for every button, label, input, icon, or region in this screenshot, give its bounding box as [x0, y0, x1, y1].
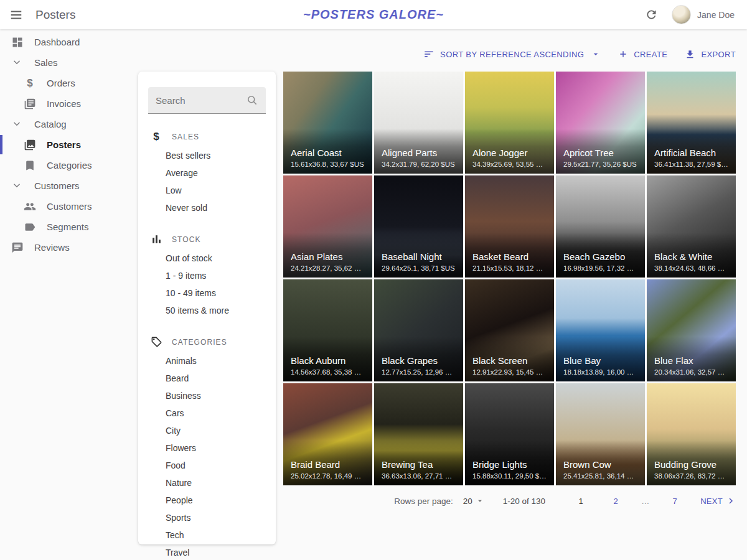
product-tile[interactable]: Basket Beard21.15x15.53, 18,12 $…	[465, 175, 554, 278]
filter-category-business[interactable]: Business	[138, 387, 276, 404]
create-button-label: CREATE	[634, 50, 667, 59]
next-page-label: NEXT	[700, 497, 723, 506]
filter-category-city[interactable]: City	[138, 422, 276, 439]
avatar[interactable]	[672, 5, 691, 24]
filter-section-label: SALES	[172, 133, 199, 141]
app-logo: ~Posters Galore~	[303, 7, 444, 22]
filter-category-beard[interactable]: Beard	[138, 370, 276, 387]
product-tile[interactable]: Aligned Parts34.2x31.79, 62,20 $US	[374, 72, 463, 174]
tile-caption: Apricot Tree29.5x21.77, 35,26 $US	[556, 129, 645, 174]
product-tile[interactable]: Black & White38.14x24.63, 48,66 $…	[647, 175, 736, 278]
filter-section-label: CATEGORIES	[172, 338, 227, 347]
filter-sales-average[interactable]: Average	[138, 164, 276, 182]
sidebar-group-catalog[interactable]: Catalog	[0, 114, 138, 134]
sidebar-item-customers[interactable]: Customers	[0, 196, 138, 217]
filter-category-people[interactable]: People	[138, 492, 276, 509]
sidebar-item-dashboard[interactable]: Dashboard	[0, 32, 138, 52]
product-tile[interactable]: Aerial Coast15.61x36.8, 33,67 $US	[283, 72, 372, 174]
sidebar-item-categories[interactable]: Categories	[0, 155, 138, 175]
page-button-2[interactable]: 2	[606, 493, 625, 510]
rows-per-page-label: Rows per page:	[394, 497, 453, 506]
product-tile[interactable]: Blue Bay18.18x13.89, 16,00 $…	[556, 279, 645, 381]
product-size-price: 12.91x22.93, 15,45 $…	[472, 368, 547, 376]
filter-sales-never-sold[interactable]: Never sold	[138, 199, 276, 217]
page-title: Posters	[35, 8, 75, 22]
filter-section-categories: CATEGORIES	[151, 336, 276, 348]
product-tile[interactable]: Black Auburn14.56x37.68, 35,38 $…	[283, 279, 372, 381]
product-size-price: 15.88x30.11, 29,50 $…	[472, 472, 547, 480]
sidebar-item-reviews[interactable]: Reviews	[0, 237, 138, 258]
filter-category-travel[interactable]: Travel	[138, 544, 276, 560]
sidebar-item-segments[interactable]: Segments	[0, 217, 138, 237]
page-button-7[interactable]: 7	[665, 493, 684, 510]
filter-category-cars[interactable]: Cars	[138, 404, 276, 422]
product-tile[interactable]: Alone Jogger34.39x25.69, 53,55 $…	[465, 72, 554, 174]
product-tile[interactable]: Blue Flax20.34x31.06, 32,57 $…	[647, 279, 736, 381]
sidebar-group-customers[interactable]: Customers	[0, 175, 138, 196]
page-button-1[interactable]: 1	[571, 493, 590, 510]
product-size-price: 38.14x24.63, 48,66 $…	[654, 264, 728, 272]
filter-section-sales: $ SALES	[151, 131, 276, 142]
product-tile[interactable]: Braid Beard25.02x12.78, 16,49 $…	[283, 383, 372, 485]
product-name: Basket Beard	[472, 251, 547, 262]
appbar-actions: Jane Doe	[645, 5, 735, 24]
product-grid: Aerial Coast15.61x36.8, 33,67 $US Aligne…	[283, 72, 736, 485]
sidebar-item-label: Categories	[47, 160, 92, 170]
product-size-price: 15.61x36.8, 33,67 $US	[291, 161, 365, 168]
search-input[interactable]	[156, 95, 246, 106]
sidebar-item-posters[interactable]: Posters	[0, 134, 138, 155]
filter-category-food[interactable]: Food	[138, 457, 276, 474]
product-tile[interactable]: Bridge Lights15.88x30.11, 29,50 $…	[465, 383, 554, 485]
filter-category-nature[interactable]: Nature	[138, 474, 276, 492]
tile-caption: Black Auburn14.56x37.68, 35,38 $…	[283, 337, 372, 381]
sort-button[interactable]: SORT BY REFERENCE ASCENDING	[423, 49, 601, 60]
tile-caption: Blue Flax20.34x31.06, 32,57 $…	[647, 337, 736, 381]
filter-stock-50-more[interactable]: 50 items & more	[138, 302, 276, 319]
list-toolbar: SORT BY REFERENCE ASCENDING CREATE EXPOR…	[283, 45, 736, 63]
product-name: Black Grapes	[382, 355, 456, 366]
product-tile[interactable]: Budding Grove38.06x37.26, 83,72 $…	[647, 383, 736, 485]
tile-caption: Brewing Tea36.63x13.06, 27,71 $…	[374, 441, 463, 485]
tile-caption: Bridge Lights15.88x30.11, 29,50 $…	[465, 441, 554, 485]
product-tile[interactable]: Asian Plates24.21x28.27, 35,62 $…	[283, 175, 372, 278]
filter-stock-1-9[interactable]: 1 - 9 items	[138, 267, 276, 284]
product-name: Apricot Tree	[563, 147, 637, 158]
product-tile[interactable]: Artificial Beach36.41x11.38, 27,59 $…	[647, 72, 736, 174]
bar-chart-icon	[151, 233, 162, 245]
filter-sales-low[interactable]: Low	[138, 182, 276, 199]
create-button[interactable]: CREATE	[618, 49, 667, 59]
sidebar-item-orders[interactable]: $ Orders	[0, 73, 138, 93]
product-size-price: 21.15x15.53, 18,12 $…	[472, 264, 547, 272]
tag-icon	[151, 336, 162, 348]
product-tile[interactable]: Apricot Tree29.5x21.77, 35,26 $US	[556, 72, 645, 174]
sidebar-item-invoices[interactable]: Invoices	[0, 93, 138, 114]
sort-button-label: SORT BY REFERENCE ASCENDING	[440, 50, 584, 59]
filter-category-tech[interactable]: Tech	[138, 526, 276, 544]
filter-category-flowers[interactable]: Flowers	[138, 439, 276, 457]
filter-stock-out[interactable]: Out of stock	[138, 250, 276, 267]
product-name: Alone Jogger	[472, 147, 547, 158]
label-icon	[24, 221, 36, 233]
product-tile[interactable]: Black Grapes12.77x15.25, 12,96 $…	[374, 279, 463, 381]
sidebar-item-label: Segments	[47, 222, 89, 232]
sidebar-item-label: Posters	[47, 139, 81, 150]
next-page-button[interactable]: NEXT	[700, 496, 736, 506]
product-tile[interactable]: Baseball Night29.64x25.1, 38,71 $US	[374, 175, 463, 278]
product-tile[interactable]: Brown Cow25.41x25.81, 36,14 $…	[556, 383, 645, 485]
product-name: Black Screen	[472, 355, 547, 366]
dollar-icon: $	[24, 77, 36, 90]
product-size-price: 14.56x37.68, 35,38 $…	[291, 368, 365, 376]
filter-category-animals[interactable]: Animals	[138, 352, 276, 370]
filter-category-sports[interactable]: Sports	[138, 509, 276, 526]
product-tile[interactable]: Brewing Tea36.63x13.06, 27,71 $…	[374, 383, 463, 485]
product-size-price: 36.41x11.38, 27,59 $…	[654, 161, 728, 168]
product-tile[interactable]: Beach Gazebo16.98x19.56, 17,32 $…	[556, 175, 645, 278]
export-button[interactable]: EXPORT	[685, 49, 736, 60]
product-tile[interactable]: Black Screen12.91x22.93, 15,45 $…	[465, 279, 554, 381]
filter-sales-best-sellers[interactable]: Best sellers	[138, 147, 276, 164]
refresh-icon[interactable]	[645, 8, 658, 21]
menu-icon[interactable]	[9, 8, 23, 22]
sidebar-group-sales[interactable]: Sales	[0, 52, 138, 73]
filter-stock-10-49[interactable]: 10 - 49 items	[138, 284, 276, 302]
rows-per-page-select[interactable]: 20	[463, 497, 484, 506]
